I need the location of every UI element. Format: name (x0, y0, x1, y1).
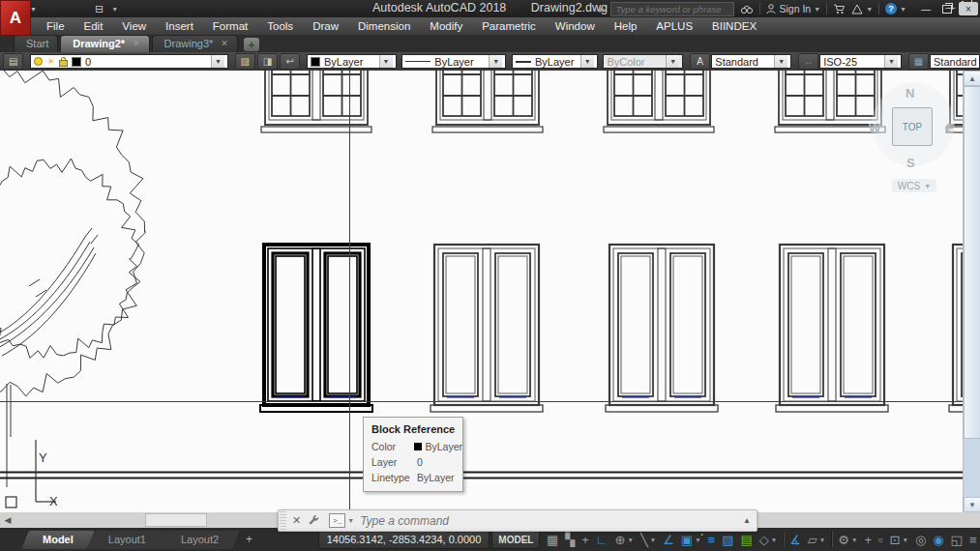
search-button[interactable] (740, 4, 754, 14)
color-dropdown[interactable]: ByLayer ▼ (307, 54, 397, 69)
horizontal-scroll-thumb[interactable] (145, 513, 207, 527)
close-tab-icon[interactable]: ✕ (133, 36, 140, 52)
autodesk-360-button[interactable]: ▼ (851, 4, 873, 14)
viewcube-east[interactable]: E (946, 121, 955, 135)
table-style-dropdown[interactable]: Standard (930, 54, 980, 69)
doc-restore-button[interactable] (962, 2, 964, 13)
dynamic-input-icon[interactable]: +▼ (579, 529, 593, 550)
vertical-scroll-thumb[interactable] (964, 86, 980, 439)
snap-mode-icon[interactable]: ▚▼ (562, 529, 579, 550)
menu-item[interactable]: Dimension (348, 20, 420, 32)
file-tab[interactable]: Drawing3* ✕ (152, 35, 238, 52)
model-space-canvas[interactable]: YX N W E S TOP WCS ▼ Block Reference Col… (0, 71, 980, 528)
annotation-visibility-icon[interactable]: ∡▼ (787, 529, 805, 550)
application-menu-caret-icon[interactable]: ▼ (30, 6, 37, 13)
coordinates-display[interactable]: 14056.3142, -2853.4234, 0.0000 (318, 530, 490, 549)
object-snap-tracking-icon[interactable]: ∠▼ (660, 529, 678, 550)
app-store-button[interactable] (833, 4, 846, 14)
text-style-dropdown[interactable]: Standard ▼ (711, 54, 791, 69)
annotation-scale-icon[interactable]: ⊡▼ (886, 529, 911, 550)
chevron-down-icon[interactable]: ▼ (580, 55, 594, 68)
polar-tracking-icon[interactable]: ⊕▼ (611, 529, 637, 550)
menu-item[interactable]: Parametric (472, 20, 546, 32)
command-prompt-icon[interactable]: >_▼ (329, 513, 354, 528)
file-tab[interactable]: Start ✕ (14, 35, 58, 52)
layout-tab[interactable]: Layout2 (163, 531, 236, 549)
ortho-mode-icon[interactable]: ∟▼ (592, 529, 611, 550)
annotation-monitor-icon[interactable]: ◎▼ (911, 529, 929, 550)
scroll-left-icon[interactable]: ◀ (0, 512, 15, 528)
layout-tab[interactable]: Model (25, 531, 91, 549)
menu-item[interactable]: Insert (156, 20, 203, 32)
workspace-switching-icon[interactable]: ⚙▼ (835, 529, 861, 550)
menu-item[interactable]: Window (546, 20, 605, 32)
close-tab-icon[interactable]: ✕ (221, 36, 228, 52)
chevron-down-icon[interactable]: ▼ (489, 55, 502, 68)
lineweight-icon[interactable]: ≡▼ (704, 529, 719, 550)
viewcube-wcs-menu[interactable]: WCS ▼ (892, 179, 936, 192)
annotation-autoscale-icon[interactable]: ▱▼ (804, 529, 828, 550)
viewcube-top-face[interactable]: TOP (892, 107, 933, 146)
menu-item[interactable]: Draw (303, 20, 348, 32)
new-tab-button[interactable]: + (244, 38, 259, 51)
drawing-geometry[interactable]: YX (0, 71, 963, 512)
make-object-layer-current-button[interactable]: ▨ (235, 53, 255, 70)
command-line-bar[interactable]: ✕ >_▼ ▲ (278, 509, 757, 532)
table-style-button[interactable]: ▦ (908, 53, 929, 70)
layer-match-button[interactable]: ◨ (257, 53, 278, 70)
divider[interactable]: ▼ (783, 532, 785, 547)
drag-handle[interactable] (280, 511, 286, 530)
new-layout-button[interactable]: + (246, 533, 252, 546)
command-input[interactable] (358, 513, 737, 529)
layer-properties-button[interactable]: ▤ (3, 53, 23, 70)
menu-item[interactable]: Tools (257, 20, 303, 32)
menu-item[interactable]: APLUS (646, 20, 702, 32)
help-button[interactable]: ? ▼ (885, 3, 906, 14)
isometric-drafting-icon[interactable]: ╲▼ (637, 529, 659, 550)
object-snap-icon[interactable]: ▣•▼ (677, 529, 704, 550)
linetype-dropdown[interactable]: ByLayer ▼ (401, 54, 506, 69)
chevron-down-icon[interactable]: ▼ (774, 55, 787, 68)
application-menu-button[interactable]: A (0, 0, 31, 36)
menu-item[interactable]: Modify (420, 20, 472, 32)
close-command-line-icon[interactable]: ✕ (288, 514, 305, 527)
text-style-button[interactable]: A/ (690, 53, 710, 70)
chevron-down-icon[interactable]: ▼ (884, 55, 898, 68)
customization-icon[interactable]: ≡▼ (965, 529, 980, 550)
dimension-style-button[interactable]: ↔ (798, 53, 818, 70)
doc-minimize-button[interactable]: — (945, 2, 955, 13)
quick-properties-icon[interactable]: ▫▼ (875, 529, 886, 550)
sign-in-button[interactable]: Sign In ▼ (766, 3, 820, 14)
grid-mode-icon[interactable]: ▦▼ (543, 529, 561, 550)
layer-previous-button[interactable]: ↩ (280, 53, 300, 70)
layer-dropdown[interactable]: ☀ 0 ▼ (30, 54, 228, 69)
command-history-icon[interactable]: ▲ (737, 516, 757, 525)
search-expand-icon[interactable]: ▶ (599, 5, 605, 14)
menu-item[interactable]: File (37, 20, 74, 32)
3d-object-snap-icon[interactable]: ◇▼ (756, 529, 780, 550)
chevron-down-icon[interactable]: ▼ (379, 55, 393, 68)
vertical-scrollbar[interactable]: ▲ ▼ (963, 71, 980, 512)
divider[interactable]: ▼ (831, 532, 833, 547)
clean-screen-icon[interactable]: ◱▼ (947, 529, 965, 550)
minimize-button[interactable]: — (916, 2, 935, 15)
search-input[interactable] (610, 2, 734, 16)
scroll-down-icon[interactable]: ▼ (964, 497, 980, 512)
menu-item[interactable]: Edit (74, 20, 113, 32)
chevron-down-icon[interactable]: ▼ (211, 55, 224, 68)
viewcube-west[interactable]: W (869, 121, 880, 135)
add-scales-icon[interactable]: +▼ (861, 529, 876, 550)
transparency-icon[interactable]: ▨▼ (719, 529, 737, 550)
graphics-performance-icon[interactable]: ◉▼ (930, 529, 947, 550)
viewcube-south[interactable]: S (906, 156, 915, 170)
quick-access-dropdown-icon[interactable]: ▼ (111, 6, 118, 13)
menu-item[interactable]: Format (203, 20, 257, 32)
model-space-button[interactable]: MODEL (491, 530, 540, 549)
scroll-up-icon[interactable]: ▲ (964, 71, 980, 86)
customize-wrench-icon[interactable] (305, 515, 323, 526)
file-tab[interactable]: Drawing2* ✕ (60, 35, 149, 52)
layout-tab[interactable]: Layout1 (91, 531, 163, 549)
menu-item[interactable]: BIINDEX (702, 20, 766, 32)
viewcube-north[interactable]: N (906, 86, 914, 101)
menu-item[interactable]: Help (605, 20, 647, 32)
